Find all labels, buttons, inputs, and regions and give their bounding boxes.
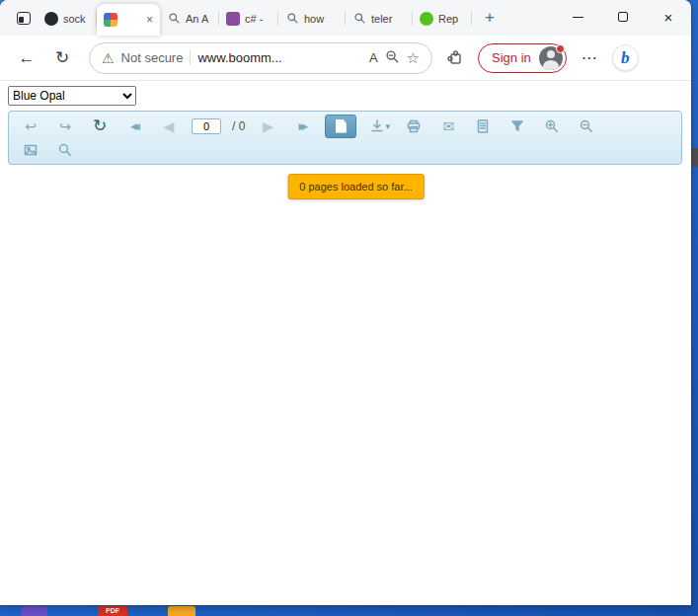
tab-actions-button[interactable] <box>10 4 38 32</box>
notification-dot <box>556 44 565 53</box>
address-bar[interactable]: ⚠ Not secure www.boomm... A ☆ <box>89 42 432 74</box>
tab-search-3[interactable]: teler <box>346 5 413 32</box>
pdf-toolbar: ↩ ↪ ↻ ◀◀ ◀ / 0 ▶ ▶▶ ▾ <box>8 111 682 165</box>
maximize-icon <box>618 12 628 22</box>
page-number-input[interactable] <box>192 118 221 134</box>
tab-close-icon[interactable]: × <box>146 14 153 26</box>
tab-label: An A <box>186 13 212 25</box>
back-button[interactable]: ← <box>14 45 39 71</box>
toolbar-row-1: ↩ ↪ ↻ ◀◀ ◀ / 0 ▶ ▶▶ ▾ <box>19 115 671 137</box>
more-menu-button[interactable]: ⋯ <box>577 45 602 71</box>
download-dropdown-icon[interactable]: ▾ <box>386 121 391 131</box>
tab-bar: sock × An A c# - how tele <box>0 0 691 36</box>
address-divider <box>190 50 191 65</box>
code-icon <box>226 12 240 26</box>
app-icon <box>104 13 117 27</box>
search-icon <box>167 12 181 26</box>
next-icon: ▶ <box>301 121 306 131</box>
github-icon <box>44 12 58 26</box>
search-icon <box>285 12 299 26</box>
tab-label: sock <box>63 13 90 25</box>
tab-report[interactable]: Rep <box>413 5 472 32</box>
telerik-icon <box>420 12 433 26</box>
tab-search-1[interactable]: An A <box>160 5 219 32</box>
favorite-icon[interactable]: ☆ <box>407 49 420 67</box>
desktop-scrollbar-thumb[interactable] <box>691 148 698 167</box>
copilot-button[interactable]: b <box>612 44 639 71</box>
browser-window: sock × An A c# - how tele <box>0 0 691 605</box>
last-page-button[interactable]: ▶▶ <box>290 116 314 137</box>
previous-page-button[interactable]: ◀ <box>157 116 181 137</box>
close-button[interactable]: × <box>646 0 691 34</box>
zoom-out-button[interactable] <box>575 116 598 137</box>
zoom-in-button[interactable] <box>540 116 564 137</box>
read-aloud-button[interactable]: A <box>369 50 378 65</box>
tab-label: c# - <box>245 13 271 25</box>
sign-in-button[interactable]: Sign in <box>478 43 567 73</box>
first-page-button[interactable]: ◀◀ <box>122 116 146 137</box>
next-page-button[interactable]: ▶ <box>256 116 279 137</box>
print-button[interactable] <box>402 116 426 137</box>
undo-button[interactable]: ↩ <box>19 116 42 137</box>
search-icon <box>352 12 366 26</box>
extensions-button[interactable] <box>442 45 468 71</box>
zoom-out-icon[interactable] <box>385 49 400 67</box>
maximize-button[interactable] <box>600 0 646 34</box>
tab-csharp[interactable]: c# - <box>219 5 278 32</box>
image-view-button[interactable] <box>19 139 42 161</box>
reload-button[interactable]: ↻ <box>88 116 112 137</box>
tab-actions-icon <box>17 12 31 25</box>
text-view-button[interactable] <box>471 116 495 137</box>
desktop-icon-folder[interactable] <box>168 606 195 616</box>
url-text[interactable]: www.boomm... <box>197 50 281 65</box>
new-tab-button[interactable]: + <box>476 4 504 32</box>
warning-icon: ⚠ <box>102 50 115 66</box>
desktop-icon-app[interactable] <box>22 606 47 616</box>
minimize-button[interactable] <box>555 0 600 34</box>
refresh-button[interactable]: ↻ <box>49 45 75 71</box>
not-secure-label[interactable]: Not secure <box>121 50 184 65</box>
tab-search-2[interactable]: how <box>278 5 346 32</box>
avatar <box>539 46 563 70</box>
pdf-icon-label: PDF <box>106 607 119 614</box>
email-button[interactable]: ✉ <box>436 116 460 137</box>
navigation-bar: ← ↻ ⚠ Not secure www.boomm... A ☆ Sign i… <box>0 36 691 81</box>
redo-button[interactable]: ↪ <box>53 116 77 137</box>
sign-in-label: Sign in <box>492 50 531 65</box>
minimize-icon <box>573 17 583 18</box>
tab-label: how <box>304 13 339 25</box>
prev-icon: ◀ <box>133 121 138 131</box>
toolbar-row-2 <box>19 138 671 161</box>
desktop-icon-pdf[interactable]: PDF <box>98 606 127 616</box>
status-badge: 0 pages loaded so far... <box>287 174 424 199</box>
theme-select[interactable]: Blue Opal <box>8 86 136 106</box>
page-content: Blue Opal ↩ ↪ ↻ ◀◀ ◀ / 0 ▶ ▶▶ <box>0 81 691 604</box>
page-view-button-selected[interactable] <box>325 115 356 138</box>
download-button[interactable]: ▾ <box>367 116 391 137</box>
window-controls: × <box>555 0 691 34</box>
tab-github[interactable]: sock <box>38 5 97 32</box>
search-document-button[interactable] <box>53 139 77 161</box>
filter-button[interactable] <box>505 116 529 137</box>
tab-label: Rep <box>438 13 465 25</box>
tab-label: teler <box>371 13 406 25</box>
bing-icon: b <box>621 49 630 66</box>
tab-active[interactable]: × <box>97 4 160 36</box>
page-total-label: / 0 <box>232 119 245 133</box>
document-icon <box>336 119 347 133</box>
